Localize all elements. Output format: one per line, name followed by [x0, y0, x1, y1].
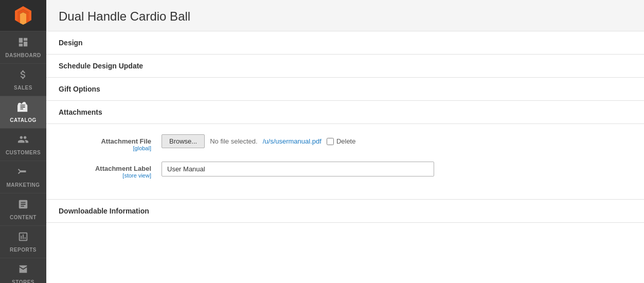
attachment-label-label-group: Attachment Label [store view] — [59, 162, 162, 179]
sidebar-item-customers[interactable]: CUSTOMERS — [0, 128, 46, 161]
attachment-file-label: Attachment File — [59, 137, 151, 145]
dashboard-icon — [17, 37, 29, 50]
sales-icon — [17, 69, 29, 83]
attachments-section-body: Attachment File [global] Browse... No fi… — [46, 124, 644, 200]
delete-label[interactable]: Delete — [336, 137, 356, 145]
design-section-title: Design — [59, 39, 632, 47]
sidebar-item-stores-label: STORES — [12, 279, 34, 283]
sidebar-item-reports-label: REPORTS — [10, 247, 37, 253]
delete-checkbox-area: Delete — [327, 137, 356, 145]
gift-options-section-header[interactable]: Gift Options — [46, 78, 644, 101]
attachments-section-title: Attachments — [59, 108, 632, 116]
sidebar-item-content[interactable]: CONTENT — [0, 193, 46, 225]
sidebar-item-dashboard-label: DASHBOARD — [5, 52, 41, 58]
sidebar-item-marketing-label: MARKETING — [6, 182, 40, 188]
sidebar-logo — [0, 0, 46, 31]
attachments-section-header[interactable]: Attachments — [46, 101, 644, 124]
marketing-icon — [17, 166, 29, 180]
sidebar-item-customers-label: CUSTOMERS — [6, 150, 41, 155]
reports-icon — [17, 231, 29, 245]
downloadable-info-section-header[interactable]: Downloadable Information — [46, 200, 644, 223]
page-header: Dual Handle Cardio Ball — [46, 0, 644, 31]
attachment-file-label-group: Attachment File [global] — [59, 134, 162, 151]
attachment-file-row: Attachment File [global] Browse... No fi… — [59, 134, 632, 151]
file-link[interactable]: /u/s/usermanual.pdf — [263, 137, 321, 145]
content-area: Design Schedule Design Update Gift Optio… — [46, 31, 644, 283]
catalog-icon — [17, 101, 29, 115]
attachment-file-control-area: Browse... No file selected. /u/s/userman… — [162, 134, 632, 148]
attachment-label-input[interactable] — [162, 162, 434, 176]
sidebar-item-dashboard[interactable]: DASHBOARD — [0, 31, 46, 63]
magento-logo-icon — [13, 5, 33, 26]
sidebar-item-sales-label: SALES — [14, 85, 32, 91]
content-icon — [17, 199, 29, 213]
sidebar-item-sales[interactable]: SALES — [0, 63, 46, 96]
sidebar-item-content-label: CONTENT — [10, 215, 37, 220]
delete-checkbox[interactable] — [327, 138, 334, 145]
schedule-design-update-section-title: Schedule Design Update — [59, 62, 632, 70]
sidebar: DASHBOARD SALES CATALOG CUSTOMERS MARKET… — [0, 0, 46, 283]
sidebar-item-catalog-label: CATALOG — [10, 117, 36, 123]
attachment-file-scope: [global] — [59, 145, 151, 151]
attachment-label-scope: [store view] — [59, 172, 151, 179]
sidebar-item-catalog[interactable]: CATALOG — [0, 96, 46, 128]
design-section-header[interactable]: Design — [46, 31, 644, 55]
stores-icon — [17, 263, 29, 277]
attachment-label-row: Attachment Label [store view] — [59, 162, 632, 179]
browse-button[interactable]: Browse... — [162, 134, 205, 148]
customers-icon — [17, 134, 29, 148]
main-content: Dual Handle Cardio Ball Design Schedule … — [46, 0, 644, 283]
no-file-text: No file selected. — [210, 137, 258, 145]
page-title: Dual Handle Cardio Ball — [59, 9, 632, 24]
gift-options-section-title: Gift Options — [59, 85, 632, 93]
sidebar-item-stores[interactable]: STORES — [0, 258, 46, 283]
sidebar-item-marketing[interactable]: MARKETING — [0, 161, 46, 193]
schedule-design-update-section-header[interactable]: Schedule Design Update — [46, 55, 644, 78]
sidebar-item-reports[interactable]: REPORTS — [0, 225, 46, 258]
downloadable-info-section-title: Downloadable Information — [59, 207, 632, 215]
attachment-label-control-area — [162, 162, 632, 176]
attachment-label-label: Attachment Label — [59, 165, 151, 172]
